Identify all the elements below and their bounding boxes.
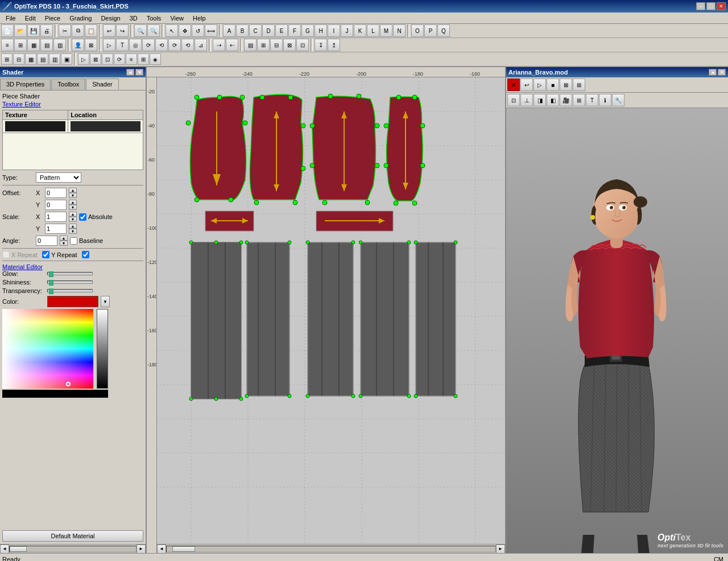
offset-x-input[interactable] <box>45 188 67 198</box>
tb-open[interactable]: 📂 <box>14 24 27 37</box>
tb3-10[interactable]: ⟳ <box>114 53 125 65</box>
angle-up[interactable]: ▲ <box>60 236 68 241</box>
color-dropdown-btn[interactable]: ▼ <box>101 296 110 307</box>
close-btn[interactable]: ✕ <box>717 2 726 10</box>
scale-x-down[interactable]: ▼ <box>69 217 77 222</box>
tb2-19[interactable]: ⊞ <box>257 39 270 51</box>
color-picker[interactable] <box>2 309 108 389</box>
skirt-back-left[interactable] <box>359 241 411 398</box>
tb-redo[interactable]: ↪ <box>116 24 129 37</box>
tab-shader[interactable]: Shader <box>86 79 118 90</box>
tb2-8[interactable]: ▷ <box>103 39 115 51</box>
3d-tb-3[interactable]: ⊞ <box>573 79 585 91</box>
tb-move[interactable]: ✥ <box>179 24 191 37</box>
angle-input[interactable] <box>36 236 57 246</box>
3d-tb-i[interactable]: 🔧 <box>612 94 624 106</box>
menu-view[interactable]: View <box>166 14 188 23</box>
tb3-2[interactable]: ⊟ <box>13 53 24 65</box>
y-repeat-label[interactable]: Y Repeat <box>42 251 77 258</box>
3d-close-btn[interactable]: ✕ <box>718 69 726 76</box>
tb2-14[interactable]: ⟲ <box>181 39 194 51</box>
tb-btn-q[interactable]: Q <box>437 24 450 37</box>
tb2-7[interactable]: ⊠ <box>85 39 97 51</box>
tb-btn-l[interactable]: L <box>367 24 379 37</box>
3d-pin-btn[interactable]: ◄ <box>709 69 717 76</box>
tb-btn-i[interactable]: I <box>328 24 340 37</box>
tb3-11[interactable]: ≡ <box>126 53 137 65</box>
tab-3d-properties[interactable]: 3D Properties <box>0 79 51 90</box>
tb-btn-f[interactable]: F <box>288 24 301 37</box>
tb2-1[interactable]: ≡ <box>1 39 14 51</box>
baseline-label[interactable]: Baseline <box>70 237 103 245</box>
type-select[interactable]: Pattern Solid <box>36 172 81 183</box>
color-brightness-bar[interactable] <box>97 309 108 389</box>
3d-tb-b[interactable]: ⊥ <box>520 94 533 106</box>
tb3-6[interactable]: ▣ <box>61 53 72 65</box>
3d-tb-f[interactable]: ⊞ <box>573 94 585 106</box>
scale-x-input[interactable] <box>45 212 67 222</box>
menu-tools[interactable]: Tools <box>142 14 166 23</box>
baseline-checkbox[interactable] <box>70 237 77 245</box>
3d-canvas[interactable]: OptiTex next generation 3D fit tools <box>506 108 728 553</box>
tb-btn-b[interactable]: B <box>236 24 249 37</box>
tb2-3[interactable]: ▦ <box>27 39 40 51</box>
tb-cut[interactable]: ✂ <box>59 24 71 37</box>
offset-y-up[interactable]: ▲ <box>69 200 77 205</box>
tb3-7[interactable]: ▷ <box>78 53 89 65</box>
shader-close-btn[interactable]: ✕ <box>135 69 143 76</box>
tb-btn-a[interactable]: A <box>223 24 235 37</box>
tb-new[interactable]: 📄 <box>1 24 14 37</box>
transparency-slider[interactable] <box>47 289 93 292</box>
tb2-17[interactable]: ⇠ <box>226 39 238 51</box>
tb2-21[interactable]: ⊠ <box>283 39 296 51</box>
tb-paste[interactable]: 📋 <box>85 24 97 37</box>
scroll-left-btn[interactable]: ◄ <box>0 544 9 554</box>
tb-save[interactable]: 💾 <box>27 24 40 37</box>
tb-btn-p[interactable]: P <box>424 24 437 37</box>
3d-tb-c[interactable]: ◨ <box>533 94 546 106</box>
shininess-slider[interactable] <box>47 280 93 284</box>
color-swatch[interactable] <box>47 296 98 307</box>
bodice-front-left[interactable] <box>186 95 247 202</box>
tb3-3[interactable]: ▦ <box>25 53 36 65</box>
bodice-front-right[interactable] <box>250 94 305 205</box>
default-material-btn[interactable]: Default Material <box>2 530 143 542</box>
3d-tb-close[interactable]: ✕ <box>507 79 520 91</box>
glow-slider[interactable] <box>47 272 93 275</box>
menu-edit[interactable]: Edit <box>20 14 40 23</box>
y-repeat-checkbox2[interactable] <box>82 251 89 258</box>
tb2-23[interactable]: ↧ <box>315 39 327 51</box>
x-repeat-label[interactable]: X Repeat <box>2 251 38 258</box>
tb3-13[interactable]: ◈ <box>150 53 161 65</box>
canvas-scroll-right[interactable]: ► <box>496 544 505 554</box>
tb2-13[interactable]: ⟳ <box>168 39 181 51</box>
tb2-24[interactable]: ↥ <box>328 39 340 51</box>
3d-tb-1[interactable]: ↩ <box>520 79 533 91</box>
3d-tb-e[interactable]: 🎥 <box>560 94 572 106</box>
scale-x-up[interactable]: ▲ <box>69 212 77 217</box>
minimize-btn[interactable]: ─ <box>696 2 705 10</box>
tb-undo[interactable]: ↩ <box>103 24 115 37</box>
band-left[interactable] <box>205 211 254 231</box>
tb-btn-h[interactable]: H <box>315 24 327 37</box>
offset-x-up[interactable]: ▲ <box>69 188 77 193</box>
tb-btn-e[interactable]: E <box>275 24 288 37</box>
tb2-6[interactable]: 👤 <box>72 39 84 51</box>
scale-y-input[interactable] <box>45 224 67 234</box>
3d-tb-play[interactable]: ▷ <box>533 79 546 91</box>
tb2-9[interactable]: T <box>116 39 129 51</box>
3d-tb-2[interactable]: ⊠ <box>560 79 572 91</box>
tb-btn-m[interactable]: M <box>380 24 392 37</box>
tb2-22[interactable]: ⊡ <box>296 39 309 51</box>
skirt-front-center[interactable] <box>245 241 291 398</box>
scale-y-down[interactable]: ▼ <box>69 229 77 234</box>
tb-zoom-in[interactable]: 🔍 <box>134 24 147 37</box>
tb3-9[interactable]: ⊡ <box>102 53 113 65</box>
tb-zoom-out[interactable]: 🔍 <box>147 24 160 37</box>
menu-3d[interactable]: 3D <box>125 14 142 23</box>
tb3-8[interactable]: ⊠ <box>90 53 101 65</box>
3d-tb-d[interactable]: ◧ <box>547 94 559 106</box>
3d-tb-a[interactable]: ⊡ <box>507 94 520 106</box>
texture-row-1[interactable] <box>3 120 143 133</box>
3d-tb-g[interactable]: T <box>586 94 598 106</box>
